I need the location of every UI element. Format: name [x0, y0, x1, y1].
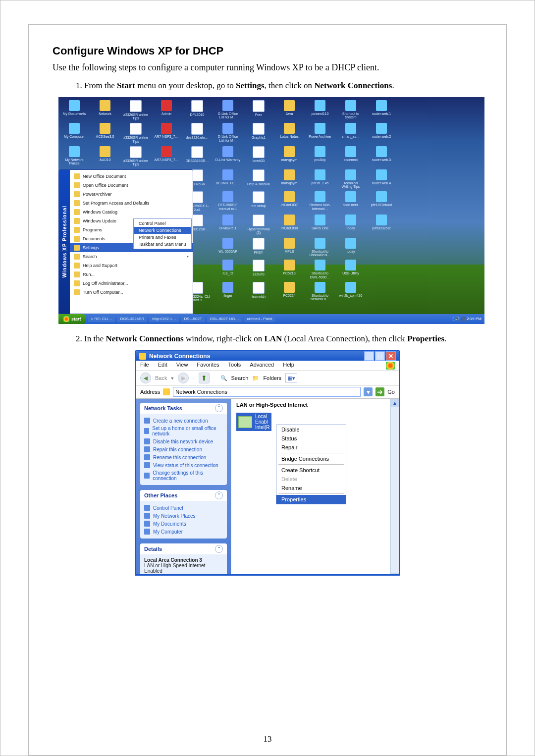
start-menu-item[interactable]: Log Off Administrator... — [70, 279, 193, 288]
ctx-repair[interactable]: Repair — [276, 443, 346, 452]
desktop-icon[interactable]: Technical Writing Tips — [338, 169, 364, 189]
desktop-icon[interactable]: FKEY — [246, 238, 271, 257]
desktop-icon[interactable]: Shortcut to Dshow6c.is… — [307, 238, 333, 257]
desktop-icon[interactable] — [369, 238, 394, 257]
desktop-icon[interactable]: router.web.1 — [369, 100, 394, 120]
folders-icon[interactable]: 📁 — [252, 375, 259, 381]
start-menu-item[interactable]: New Office Document — [70, 172, 193, 181]
ctx-create-shortcut[interactable]: Create Shortcut — [276, 466, 346, 475]
desktop-icon[interactable]: Shortcut to System — [338, 100, 364, 120]
start-menu-item[interactable]: Search▸ — [70, 252, 193, 261]
desktop-icon[interactable]: AR7-NSP3_7… — [154, 146, 179, 166]
place-link[interactable]: My Network Places — [144, 512, 223, 520]
ctx-status[interactable]: Status — [276, 434, 346, 443]
menu-edit[interactable]: Edit — [158, 362, 167, 370]
close-button[interactable]: ✕ — [386, 351, 396, 361]
desktop-icon[interactable]: DFL3010 — [184, 100, 210, 120]
task-link[interactable]: Rename this connection — [144, 453, 223, 461]
menu-tools[interactable]: Tools — [228, 362, 241, 370]
desktop-icon[interactable]: Network — [92, 100, 118, 120]
menu-view[interactable]: View — [176, 362, 188, 370]
desktop-icon[interactable]: PC5224 — [276, 282, 302, 302]
desktop-icon[interactable]: DFE-550SIF manual rc.1 — [215, 191, 241, 212]
desktop-icon[interactable]: USB Utility — [338, 260, 364, 279]
desktop-icon[interactable]: today — [338, 215, 364, 235]
desktop-icon[interactable]: smart_av… — [338, 123, 364, 143]
address-input[interactable] — [173, 387, 361, 397]
desktop-icon[interactable]: WL-5000AP — [215, 238, 241, 257]
views-button[interactable]: ▦▾ — [285, 373, 297, 383]
desktop-icon[interactable]: todd neer — [338, 191, 364, 212]
desktop-icon[interactable]: MPLS — [276, 238, 302, 257]
start-menu-item[interactable]: Help and Support — [70, 261, 193, 270]
desktop-icon[interactable]: finger — [215, 282, 241, 302]
desktop-icon[interactable]: HyperTerminal (2) — [246, 215, 271, 235]
desktop-icon[interactable]: pd5d3326sr — [369, 215, 394, 235]
lan-connection-item[interactable]: Local Enabl Intel(R — [236, 413, 271, 431]
desktop-icon[interactable]: D-View 5.1 — [215, 215, 241, 235]
desktop-icon[interactable]: My Documents — [61, 100, 87, 120]
back-button[interactable]: ◄ — [140, 373, 151, 383]
maximize-button[interactable]: □ — [375, 351, 385, 361]
scroll-down-icon[interactable]: ▾ — [391, 573, 399, 576]
desktop-icon[interactable]: Lotus Notes — [276, 123, 302, 143]
task-link[interactable]: Set up a home or small office network — [144, 425, 223, 437]
minimize-button[interactable]: _ — [364, 351, 374, 361]
go-button[interactable]: ➔ — [375, 387, 384, 396]
up-button[interactable]: ⬆ — [199, 373, 210, 383]
desktop-icon[interactable]: SARS One — [307, 215, 333, 235]
start-menu-item[interactable]: Set Program Access and Defaults — [70, 199, 193, 208]
submenu-item[interactable]: Taskbar and Start Menu — [134, 241, 191, 248]
desktop-icon[interactable]: Revised Non-Internati… — [307, 191, 333, 212]
desktop-icon[interactable]: iesmnich — [246, 282, 271, 302]
desktop-icon[interactable]: ILE_ID — [215, 260, 241, 279]
start-button[interactable]: start — [58, 314, 86, 324]
place-link[interactable]: My Computer — [144, 528, 223, 536]
desktop-icon[interactable]: Java — [276, 100, 302, 120]
ctx-bridge-connections[interactable]: Bridge Connections — [276, 454, 346, 463]
desktop-icon[interactable]: AR7-NSP3_7… — [154, 123, 179, 143]
desktop-icon[interactable]: Shortcut to Network a… — [307, 282, 333, 302]
taskbar-item[interactable]: DGS-3224SR — [117, 316, 147, 322]
desktop-icon[interactable]: Help & Manual — [246, 169, 271, 189]
desktop-icon[interactable]: DES3326SR… — [184, 146, 210, 166]
desktop-icon[interactable]: AUD10 — [92, 146, 118, 166]
desktop-icon[interactable]: Graphic1 — [246, 123, 271, 143]
taskbar-item[interactable]: DSL-502T — [181, 316, 205, 322]
desktop-icon[interactable]: init.def.038 — [276, 215, 302, 235]
search-icon[interactable]: 🔍 — [220, 375, 227, 381]
desktop-icon[interactable]: D-Link Office List for M… — [215, 100, 241, 120]
menu-favorites[interactable]: Favorites — [197, 362, 219, 370]
menu-help[interactable]: Help — [283, 362, 294, 370]
taskbar-item[interactable]: http://192.1… — [149, 316, 179, 322]
ctx-properties[interactable]: Properties — [276, 495, 346, 504]
taskbar-item[interactable]: DSL-502T UG… — [207, 316, 242, 322]
address-dropdown[interactable]: ▾ — [364, 387, 373, 396]
menu-file[interactable]: File — [140, 362, 149, 370]
task-link[interactable]: Change settings of this connection — [144, 469, 223, 482]
desktop-icon[interactable]: nrc.setup — [246, 191, 271, 212]
desktop-icon[interactable]: powerd110 — [307, 100, 333, 120]
desktop-icon[interactable]: Admin — [154, 100, 179, 120]
desktop-icon[interactable]: Frex — [246, 100, 271, 120]
forward-button[interactable]: ► — [178, 373, 189, 383]
start-menu-item[interactable]: Open Office Document — [70, 181, 193, 190]
task-link[interactable]: Disable this network device — [144, 437, 223, 445]
desktop-icon[interactable]: D-Link Office List for M… — [215, 123, 241, 143]
desktop-icon[interactable]: xconnect — [338, 146, 364, 166]
submenu-item[interactable]: Control Panel — [134, 220, 191, 227]
desktop-icon[interactable]: router.web.4 — [369, 169, 394, 189]
desktop-icon[interactable]: marvgsym — [276, 146, 302, 166]
desktop-icon[interactable]: DESMR_FE_… — [215, 169, 241, 189]
chevron-up-icon[interactable]: ˆ — [215, 404, 223, 412]
desktop-icon[interactable]: des3226:etn… — [184, 123, 210, 143]
desktop-icon[interactable]: #3326SR online Tips — [123, 146, 149, 166]
desktop-icon[interactable]: today — [338, 238, 364, 257]
desktop-icon[interactable]: pdr.m_1.45 — [307, 169, 333, 189]
desktop-icon[interactable]: PowerArchiver — [307, 123, 333, 143]
desktop-icon[interactable] — [369, 260, 394, 279]
desktop-icon[interactable]: LESotS — [246, 260, 271, 279]
task-link[interactable]: View status of this connection — [144, 461, 223, 469]
start-menu-item[interactable]: Run... — [70, 270, 193, 279]
chevron-up-icon[interactable]: ˆ — [215, 491, 223, 499]
